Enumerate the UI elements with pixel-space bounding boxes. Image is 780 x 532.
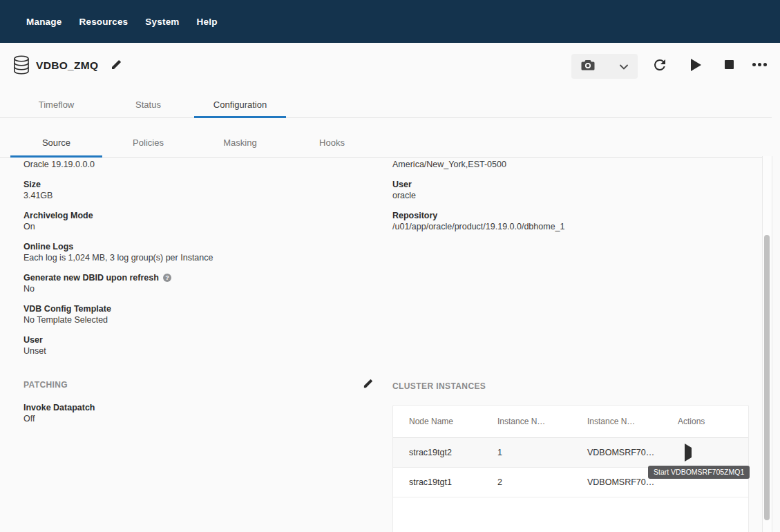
table-header-row: Node Name Instance N… Instance N… Action… — [393, 406, 748, 438]
database-icon — [13, 55, 30, 77]
field-label: Online Logs — [23, 241, 369, 252]
camera-icon — [581, 59, 595, 73]
refresh-button[interactable] — [651, 57, 669, 75]
cluster-instances-title: CLUSTER INSTANCES — [392, 381, 486, 391]
field-archivelog-mode: Archivelog Mode On — [23, 210, 369, 232]
start-instance-tooltip: Start VDBOMSRF705ZMQ1 — [648, 466, 750, 479]
stop-vdb-button[interactable] — [724, 59, 734, 69]
field-value: /u01/app/oracle/product/19.19.0.0/dbhome… — [392, 221, 752, 232]
main-tabbar: Timeflow Status Configuration — [0, 92, 772, 118]
field-value-timezone: America/New_York,EST-0500 — [392, 159, 752, 170]
field-value: Off — [23, 413, 373, 424]
subtab-policies[interactable]: Policies — [102, 129, 194, 157]
tab-timeflow[interactable]: Timeflow — [10, 92, 102, 117]
nav-item-manage[interactable]: Manage — [26, 17, 61, 27]
tab-status[interactable]: Status — [102, 92, 194, 117]
column-header-actions: Actions — [662, 417, 748, 426]
page-title: VDBO_ZMQ — [36, 59, 98, 72]
nav-item-resources[interactable]: Resources — [79, 17, 128, 27]
scrollbar-track[interactable] — [762, 156, 772, 532]
refresh-icon — [651, 57, 668, 75]
field-label: User — [23, 334, 369, 345]
subtab-hooks[interactable]: Hooks — [286, 129, 378, 157]
chevron-down-icon — [620, 61, 628, 72]
nav-item-help[interactable]: Help — [197, 17, 218, 27]
field-value: oracle — [392, 190, 752, 201]
field-vdb-config-template: VDB Config Template No Template Selected — [23, 303, 369, 325]
help-icon[interactable]: ? — [163, 274, 171, 282]
configuration-subtabbar: Source Policies Masking Hooks — [0, 118, 772, 158]
edit-patching-icon[interactable] — [363, 379, 373, 392]
start-instance-icon[interactable] — [685, 444, 692, 462]
field-value: Unset — [23, 345, 369, 357]
field-label: Archivelog Mode — [23, 210, 369, 221]
field-label: Size — [23, 179, 369, 190]
field-generate-dbid: Generate new DBID upon refresh ? No — [23, 272, 369, 294]
field-env-user: User oracle — [392, 179, 752, 201]
cluster-instances-section: CLUSTER INSTANCES Node Name Instance N… … — [392, 379, 749, 532]
field-value-oracle-version: Oracle 19.19.0.0.0 — [23, 159, 369, 170]
column-header-instance-number: Instance N… — [482, 417, 571, 426]
field-value: On — [23, 221, 369, 232]
field-value: Each log is 1,024 MB, 3 log group(s) per… — [23, 252, 369, 263]
more-actions-button[interactable] — [750, 61, 768, 68]
field-label: Invoke Datapatch — [23, 402, 373, 413]
column-header-instance-name: Instance N… — [571, 417, 662, 426]
scrollbar-thumb[interactable] — [764, 235, 770, 520]
field-label: VDB Config Template — [23, 303, 369, 314]
cell-instance-number: 1 — [482, 448, 571, 457]
subtab-masking[interactable]: Masking — [194, 129, 286, 157]
field-user: User Unset — [23, 334, 369, 357]
tab-configuration[interactable]: Configuration — [194, 92, 286, 117]
ellipsis-icon — [752, 63, 767, 66]
patching-section: PATCHING Invoke Datapatch Off — [23, 379, 373, 433]
field-label: Generate new DBID upon refresh ? — [23, 272, 369, 283]
start-vdb-button[interactable] — [689, 58, 702, 72]
app-window: Manage Resources System Help VDBO_ZMQ — [0, 0, 780, 532]
snapshot-button[interactable] — [571, 54, 638, 79]
cell-node-name: strac19tgt1 — [393, 477, 482, 487]
subtab-source[interactable]: Source — [10, 129, 102, 157]
field-label-text: Generate new DBID upon refresh — [23, 272, 159, 283]
column-header-node-name: Node Name — [393, 417, 482, 426]
source-fields-left: Oracle 19.19.0.0.0 Size 3.41GB Archivelo… — [23, 159, 369, 365]
source-fields-right: America/New_York,EST-0500 User oracle Re… — [392, 159, 752, 241]
field-value: No Template Selected — [23, 314, 369, 325]
cell-instance-name: VDBOMSRF70… — [571, 477, 662, 487]
field-label: User — [392, 179, 752, 190]
cell-node-name: strac19tgt2 — [393, 448, 482, 457]
patching-section-title: PATCHING — [23, 380, 68, 390]
field-size: Size 3.41GB — [23, 179, 369, 201]
field-label: Repository — [392, 210, 752, 221]
table-row: strac19tgt2 1 VDBOMSRF70… — [393, 438, 748, 468]
nav-item-system[interactable]: System — [145, 17, 179, 27]
top-navbar: Manage Resources System Help — [0, 0, 780, 43]
cell-instance-number: 2 — [482, 477, 571, 487]
edit-title-icon[interactable] — [111, 59, 122, 73]
play-icon — [691, 59, 701, 71]
field-value: 3.41GB — [23, 190, 369, 201]
field-value: No — [23, 283, 369, 294]
field-online-logs: Online Logs Each log is 1,024 MB, 3 log … — [23, 241, 369, 263]
cell-instance-name: VDBOMSRF70… — [571, 448, 662, 457]
field-repository: Repository /u01/app/oracle/product/19.19… — [392, 210, 752, 232]
stop-icon — [725, 60, 734, 69]
field-invoke-datapatch: Invoke Datapatch Off — [23, 402, 373, 424]
